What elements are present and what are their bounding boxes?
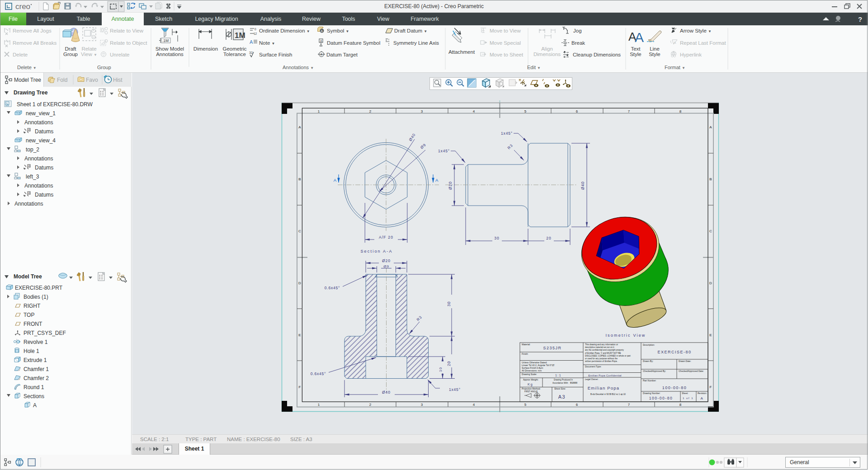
svg-text:100-00-80: 100-00-80 [662, 385, 687, 390]
svg-text:descriptive material set out o: descriptive material set out on it [585, 346, 614, 348]
svg-text:Fold: Fold [57, 77, 67, 83]
svg-text:1x45°: 1x45° [449, 387, 461, 392]
svg-text:5: 5 [524, 403, 527, 407]
svg-text:Ø20: Ø20 [448, 181, 453, 190]
svg-text:Isometric View: Isometric View [605, 333, 646, 338]
svg-text:or used for any purpose withou: or used for any purpose without the [585, 357, 618, 360]
svg-text:1: 1 [318, 109, 320, 113]
svg-text:Ø20: Ø20 [382, 258, 391, 263]
svg-text:6: 6 [576, 403, 578, 407]
svg-text:Description:: Description: [643, 343, 655, 346]
svg-text:Sheet Size:: Sheet Size: [554, 387, 566, 390]
svg-text:8: 8 [679, 109, 682, 113]
svg-text:C: C [298, 229, 301, 233]
svg-text:3: 3 [421, 403, 423, 407]
svg-text:0: 0 [255, 28, 256, 31]
svg-text:Legal Owner:: Legal Owner: [585, 378, 599, 381]
svg-text:7: 7 [628, 109, 630, 113]
svg-text:A/F 20: A/F 20 [379, 235, 393, 240]
svg-text:Revision:: Revision: [698, 392, 707, 395]
svg-text:Drawing Produced In: Drawing Produced In [554, 379, 573, 381]
svg-text:A: A [321, 29, 323, 33]
svg-text:1:1: 1:1 [555, 374, 561, 377]
svg-text:DISCLOSED, COPIED, LOANED in w: DISCLOSED, COPIED, LOANED in whole or pa… [585, 355, 631, 357]
svg-text:Document Type:: Document Type: [585, 365, 601, 368]
svg-text:C: C [709, 229, 712, 233]
svg-text:Favo: Favo [86, 77, 98, 83]
svg-text:1x45°: 1x45° [501, 131, 513, 136]
svg-text:written permission of Emilian: written permission of Emilian Popa . [585, 360, 618, 362]
svg-text:are the confidential and copyr: are the confidential and copyright prope… [585, 349, 624, 351]
svg-text:F: F [299, 385, 301, 389]
svg-text:Finish:: Finish: [522, 352, 528, 355]
svg-text:All Dimensions: mm: All Dimensions: mm [522, 369, 542, 372]
svg-text:100-00-80: 100-00-80 [649, 396, 673, 400]
svg-text:6: 6 [576, 109, 578, 113]
svg-text:D: D [709, 281, 712, 285]
svg-text:A: A [321, 53, 323, 56]
svg-text:B: B [709, 177, 712, 181]
svg-text:Emilian Popa: Emilian Popa [588, 385, 619, 390]
svg-text:5: 5 [524, 109, 527, 113]
svg-text:This drawing and any informati: This drawing and any information or [585, 343, 618, 346]
svg-text:A: A [334, 178, 337, 183]
svg-text:Model Tree: Model Tree [14, 77, 41, 83]
svg-text:A: A [28, 128, 30, 131]
svg-text:30: 30 [494, 236, 499, 240]
svg-text:A: A [28, 164, 30, 167]
svg-text:2: 2 [369, 403, 372, 407]
svg-text:4: 4 [473, 403, 475, 407]
svg-text:FIRST ANGLE: FIRST ANGLE [524, 390, 538, 393]
svg-text:A: A [701, 396, 704, 400]
svg-text:1 of 1: 1 of 1 [683, 397, 693, 400]
svg-text:7: 7 [628, 403, 630, 407]
svg-text:0.6x45°: 0.6x45° [325, 286, 340, 290]
svg-text:Part Number:: Part Number: [643, 379, 656, 382]
svg-text:B-dul Decebal nr 93 Bl B12 sc: B-dul Decebal nr 93 Bl B12 sc 1 ap 10 [590, 393, 626, 395]
svg-text:A3: A3 [558, 394, 566, 400]
svg-text:Approx Weight:: Approx Weight: [523, 378, 538, 381]
svg-text:D: D [298, 281, 301, 285]
svg-text:A: A [250, 39, 253, 45]
svg-text:A: A [298, 125, 301, 129]
svg-text:8: 8 [679, 403, 682, 407]
svg-text:Drawing Scale:: Drawing Scale: [522, 373, 537, 376]
svg-text:20: 20 [546, 236, 551, 240]
svg-text:Sheet:: Sheet: [682, 392, 688, 395]
svg-text:A: A [320, 39, 322, 42]
svg-text:1x45°: 1x45° [438, 149, 450, 153]
svg-text:.1M: .1M [162, 38, 169, 43]
svg-text:10: 10 [439, 367, 443, 372]
svg-text:2: 2 [369, 109, 372, 113]
svg-text:Drawn Date:: Drawn Date: [679, 360, 691, 362]
svg-text:A: A [674, 41, 676, 45]
svg-text:12: 12 [254, 32, 257, 35]
svg-text:Checked/Approved Date:: Checked/Approved Date: [679, 370, 704, 372]
svg-text:Kg: Kg [528, 382, 533, 386]
svg-text:Ø40: Ø40 [580, 181, 585, 190]
svg-text:?: ? [858, 15, 862, 23]
svg-text:A: A [709, 125, 712, 129]
svg-text:Drawn By:: Drawn By: [643, 360, 653, 362]
svg-text:A: A [28, 192, 30, 194]
svg-text:Ø9: Ø9 [383, 264, 389, 268]
svg-text:B: B [298, 177, 301, 181]
svg-text:Section A-A: Section A-A [360, 249, 392, 254]
svg-text:4: 4 [473, 109, 475, 113]
svg-text:of Emilian Popa. © and MUST NO: of Emilian Popa. © and MUST NOT BE [585, 352, 621, 354]
svg-text:Emilian Popa Confidential: Emilian Popa Confidential [588, 374, 622, 377]
svg-text:1M: 1M [235, 31, 245, 40]
svg-text:Accordance With: BS8888: Accordance With: BS8888 [552, 382, 578, 384]
svg-text:Projection Method:: Projection Method: [522, 387, 541, 390]
svg-text:Drawing Number:: Drawing Number: [643, 392, 660, 395]
svg-text:Checked/Approved By:: Checked/Approved By: [643, 370, 666, 372]
svg-text:S235JR: S235JR [543, 346, 561, 350]
svg-text:A: A [435, 178, 439, 183]
svg-text:30: 30 [447, 301, 451, 306]
svg-text:A: A [635, 30, 644, 45]
svg-text:Ø40: Ø40 [382, 390, 391, 395]
svg-text:3: 3 [421, 109, 423, 113]
svg-text:Material:: Material: [522, 343, 530, 346]
svg-text:20: 20 [447, 361, 451, 366]
svg-text:F: F [710, 385, 712, 389]
